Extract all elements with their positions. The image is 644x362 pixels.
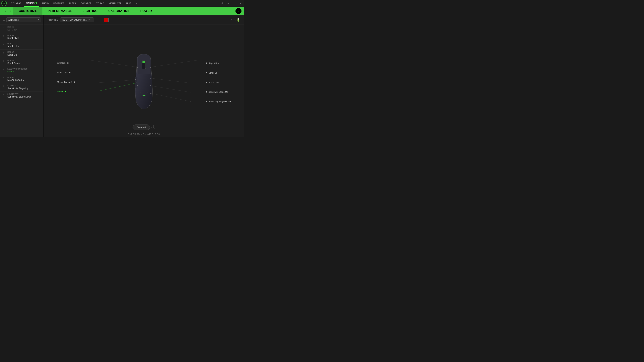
sens-down-text: Sensitivity Stage Down — [208, 100, 231, 103]
item-label-2: Right Click — [8, 37, 41, 39]
item-content-5: MOUSEScroll Down — [8, 60, 41, 64]
subnav-item-customize[interactable]: CUSTOMIZE — [14, 7, 42, 15]
titlebar-nav-hue[interactable]: HUE — [124, 0, 133, 7]
titlebar-nav-alexa[interactable]: ALEXA — [66, 0, 78, 7]
svg-point-18 — [147, 92, 148, 93]
svg-text:✦: ✦ — [3, 2, 5, 5]
sidebar-header: ☰ All Buttons ▾ — [0, 15, 44, 24]
battery-indicator: 44% 🔋 — [231, 18, 240, 22]
item-num-7: 7 — [3, 77, 5, 79]
sidebar-item-3[interactable]: 3MOUSEScroll Click — [0, 41, 44, 50]
right-click-dot — [206, 62, 207, 64]
item-num-1: 1 — [3, 26, 5, 29]
subnav-item-power[interactable]: POWER — [135, 7, 157, 15]
all-buttons-dropdown[interactable]: All Buttons ▾ — [6, 17, 41, 22]
maximize-button[interactable]: □ — [232, 1, 237, 6]
mouse-btn5-label: Mouse Button 5 — [57, 81, 75, 83]
scroll-down-text: Scroll Down — [208, 81, 220, 84]
titlebar: ✦ SYNAPSEMOUSE2AUDIOPROFILESALEXACONNECT… — [0, 0, 244, 7]
subnav-item-calibration[interactable]: CALIBRATION — [103, 7, 135, 15]
right-labels: Right Click Scroll Up Scroll Down Sensit… — [206, 24, 231, 137]
svg-point-17 — [140, 92, 141, 93]
scroll-up-text: Scroll Up — [208, 71, 217, 74]
sidebar-item-8[interactable]: 8SENSITIVITYSensitivity Stage Up — [0, 83, 44, 91]
settings-button[interactable]: ⚙ — [220, 1, 225, 6]
right-click-label: Right Click — [206, 62, 231, 64]
scroll-click-text: Scroll Click — [57, 71, 68, 74]
item-content-8: SENSITIVITYSensitivity Stage Up — [8, 85, 41, 90]
dropdown-label: All Buttons — [8, 18, 18, 21]
scroll-up-dot — [206, 72, 207, 73]
sidebar-item-7[interactable]: 7MOUSEMouse Button 5 — [0, 75, 44, 83]
num5-label: Num 5 — [57, 90, 75, 93]
item-num-2: 2 — [3, 35, 5, 37]
content-topbar: PROFILE DESKTOP-SMSMPHH-... ▾ ··· 44% 🔋 — [44, 15, 244, 24]
titlebar-nav-visualizer[interactable]: VISUALIZER — [106, 0, 124, 7]
profile-name: DESKTOP-SMSMPHH-... — [62, 18, 87, 21]
close-button[interactable]: ✕ — [238, 1, 243, 6]
item-num-3: 3 — [3, 43, 5, 45]
titlebar-nav-synapse[interactable]: SYNAPSE — [9, 0, 24, 7]
item-content-4: MOUSEScroll Up — [8, 51, 41, 56]
svg-point-15 — [138, 89, 139, 89]
sens-down-dot — [206, 101, 207, 102]
sidebar-item-5[interactable]: 5MOUSEScroll Down — [0, 58, 44, 66]
hamburger-icon[interactable]: ☰ — [3, 18, 5, 21]
scroll-up-label: Scroll Up — [206, 71, 231, 74]
standard-button[interactable]: Standard — [133, 124, 150, 130]
titlebar-nav-mouse[interactable]: MOUSE2 — [24, 0, 40, 7]
item-category-4: MOUSE — [8, 51, 41, 53]
profile-dropdown[interactable]: DESKTOP-SMSMPHH-... ▾ — [60, 17, 94, 22]
right-click-text: Right Click — [208, 62, 219, 64]
sidebar-item-1[interactable]: 1MOUSELeft Click — [0, 24, 44, 33]
mouse-diagram: Left Click Scroll Click Mouse Button 5 N… — [44, 24, 244, 137]
item-category-9: SENSITIVITY — [8, 93, 41, 95]
svg-point-16 — [148, 89, 149, 89]
sens-up-text: Sensitivity Stage Up — [208, 91, 228, 93]
battery-icon: 🔋 — [236, 18, 240, 22]
subnav-forward-arrow[interactable]: › — [8, 8, 14, 14]
item-category-6: KEYBOARD FUNCTION — [8, 68, 41, 70]
content-area: PROFILE DESKTOP-SMSMPHH-... ▾ ··· 44% 🔋 … — [44, 15, 244, 137]
subnav-item-lighting[interactable]: LIGHTING — [77, 7, 103, 15]
scroll-click-label: Scroll Click — [57, 71, 75, 74]
item-category-1: MOUSE — [8, 26, 41, 28]
svg-text:✦: ✦ — [142, 93, 146, 98]
svg-rect-4 — [142, 61, 146, 63]
scroll-down-dot — [206, 82, 207, 83]
sidebar-item-6[interactable]: 6KEYBOARD FUNCTIONNum 5 — [0, 66, 44, 75]
item-label-9: Sensitivity Stage Down — [8, 95, 41, 98]
svg-point-11 — [150, 78, 151, 79]
titlebar-nav-connect[interactable]: CONNECT — [78, 0, 94, 7]
minimize-button[interactable]: ─ — [226, 1, 231, 6]
left-click-dot — [67, 62, 68, 64]
razer-logo-icon: ✦ — [1, 1, 7, 6]
titlebar-nav-studio[interactable]: STUDIO — [94, 0, 106, 7]
sidebar-item-9[interactable]: 9SENSITIVITYSensitivity Stage Down — [0, 91, 44, 100]
item-label-4: Scroll Up — [8, 53, 41, 56]
item-category-7: MOUSE — [8, 76, 41, 78]
profile-label: PROFILE — [48, 18, 58, 21]
left-click-label: Left Click — [57, 62, 75, 64]
nav-badge-mouse: 2 — [34, 2, 37, 4]
svg-point-13 — [150, 93, 151, 94]
svg-point-7 — [137, 67, 138, 68]
svg-point-8 — [150, 67, 151, 68]
dropdown-arrow-icon: ▾ — [38, 18, 39, 21]
sens-up-label: Sensitivity Stage Up — [206, 91, 231, 93]
profile-color-swatch[interactable] — [104, 17, 108, 22]
titlebar-nav-profiles[interactable]: PROFILES — [51, 0, 66, 7]
sidebar-item-4[interactable]: 4MOUSEScroll Up — [0, 50, 44, 58]
item-label-1: Left Click — [8, 28, 41, 31]
more-options-button[interactable]: ··· — [96, 18, 102, 22]
subnav-item-performance[interactable]: PERFORMANCE — [42, 7, 77, 15]
item-content-6: KEYBOARD FUNCTIONNum 5 — [8, 68, 41, 73]
left-labels: Left Click Scroll Click Mouse Button 5 N… — [57, 24, 75, 137]
subnav-back-arrow[interactable]: ‹ — [3, 8, 8, 14]
sidebar-item-2[interactable]: 2MOUSERight Click — [0, 33, 44, 41]
standard-help-button[interactable]: ? — [152, 125, 155, 129]
item-category-5: MOUSE — [8, 60, 41, 61]
titlebar-nav-audio[interactable]: AUDIO — [40, 0, 51, 7]
help-button[interactable]: ? — [236, 8, 242, 14]
titlebar-nav-more[interactable]: ··· — [133, 0, 140, 7]
